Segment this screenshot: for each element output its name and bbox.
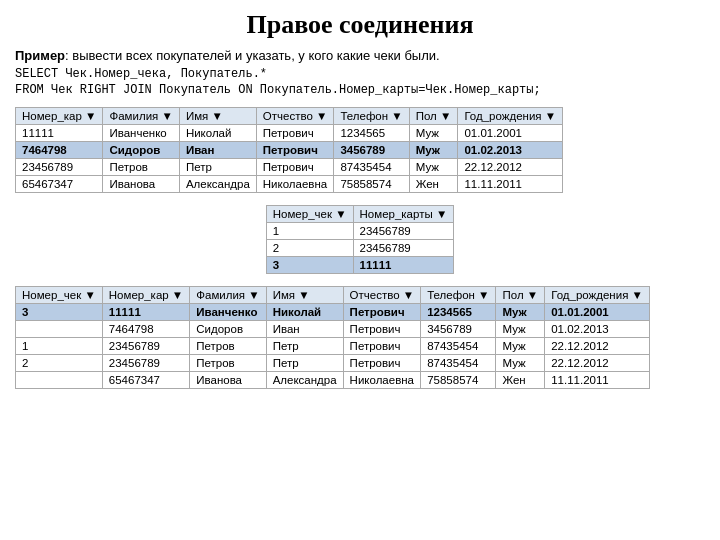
column-header: Фамилия ▼	[103, 108, 179, 125]
table-cell: 11.11.2011	[458, 176, 563, 193]
column-header: Пол ▼	[409, 108, 458, 125]
table-cell: 22.12.2012	[458, 159, 563, 176]
table-cell: Николаевна	[256, 176, 334, 193]
table-row: 223456789ПетровПетрПетрович87435454Муж22…	[16, 355, 650, 372]
column-header: Телефон ▼	[421, 287, 496, 304]
table-cell: Сидоров	[190, 321, 266, 338]
table-cell: Иванова	[190, 372, 266, 389]
table-cell: 1	[266, 223, 353, 240]
table-row: 123456789ПетровПетрПетрович87435454Муж22…	[16, 338, 650, 355]
table-cell: 3456789	[421, 321, 496, 338]
column-header: Номер_кар ▼	[102, 287, 189, 304]
column-header: Год_рождения ▼	[545, 287, 650, 304]
table-row: 123456789	[266, 223, 454, 240]
table-cell: 7464798	[16, 142, 103, 159]
column-header: Имя ▼	[266, 287, 343, 304]
table-cell: 01.02.2013	[545, 321, 650, 338]
table-cell: Муж	[409, 142, 458, 159]
table-cell: 87435454	[334, 159, 409, 176]
table-cell: Муж	[496, 304, 545, 321]
table-cell: Петрович	[343, 304, 421, 321]
table-cell: 3456789	[334, 142, 409, 159]
result-table-wrap: Номер_чек ▼Номер_кар ▼Фамилия ▼Имя ▼Отче…	[15, 286, 705, 389]
table-cell: Петр	[266, 355, 343, 372]
table-cell: 2	[266, 240, 353, 257]
table-cell: 11111	[102, 304, 189, 321]
table-cell: Муж	[496, 355, 545, 372]
table-cell: Муж	[496, 321, 545, 338]
table-cell: 1234565	[421, 304, 496, 321]
table-cell: Петр	[179, 159, 256, 176]
table-cell: 87435454	[421, 355, 496, 372]
table-cell: Жен	[496, 372, 545, 389]
code-line2: FROM Чек RIGHT JOIN Покупатель ON Покупа…	[15, 83, 705, 97]
table-cell: 1234565	[334, 125, 409, 142]
table-cell: Александра	[179, 176, 256, 193]
table-cell: 87435454	[421, 338, 496, 355]
table-cell: 01.01.2001	[458, 125, 563, 142]
table-cell: Николай	[179, 125, 256, 142]
table-cell: 11111	[16, 125, 103, 142]
tables-section: Номер_кар ▼Фамилия ▼Имя ▼Отчество ▼Телеф…	[15, 107, 705, 389]
mid-tables-wrap: Номер_чек ▼Номер_карты ▼1234567892234567…	[15, 205, 705, 274]
table-cell: 2	[16, 355, 103, 372]
table-row: 23456789ПетровПетрПетрович87435454Муж22.…	[16, 159, 563, 176]
result-table: Номер_чек ▼Номер_кар ▼Фамилия ▼Имя ▼Отче…	[15, 286, 650, 389]
table-cell: Петрович	[343, 338, 421, 355]
table-row: 65467347ИвановаАлександраНиколаевна75858…	[16, 372, 650, 389]
column-header: Номер_чек ▼	[266, 206, 353, 223]
column-header: Пол ▼	[496, 287, 545, 304]
table-cell: Александра	[266, 372, 343, 389]
table-cell	[16, 321, 103, 338]
table-cell: Петров	[190, 338, 266, 355]
table-cell: 65467347	[102, 372, 189, 389]
table-cell: 01.02.2013	[458, 142, 563, 159]
column-header: Номер_карты ▼	[353, 206, 454, 223]
table-cell: 11.11.2011	[545, 372, 650, 389]
table-cell: Иванова	[103, 176, 179, 193]
table-row: 7464798СидоровИванПетрович3456789Муж01.0…	[16, 142, 563, 159]
table-cell: 23456789	[102, 355, 189, 372]
table-cell: Петрович	[256, 142, 334, 159]
table-row: 311111ИванченкоНиколайПетрович1234565Муж…	[16, 304, 650, 321]
example-body: : вывести всех покупателей и указать, у …	[65, 48, 440, 63]
table-cell: Иванченко	[103, 125, 179, 142]
column-header: Номер_чек ▼	[16, 287, 103, 304]
buyer-table: Номер_кар ▼Фамилия ▼Имя ▼Отчество ▼Телеф…	[15, 107, 563, 193]
table-cell: Муж	[409, 125, 458, 142]
table-cell	[16, 372, 103, 389]
table-cell: 23456789	[102, 338, 189, 355]
table-cell: 3	[266, 257, 353, 274]
column-header: Отчество ▼	[256, 108, 334, 125]
table-cell: 75858574	[334, 176, 409, 193]
table-cell: 22.12.2012	[545, 355, 650, 372]
table-cell: Петрович	[343, 321, 421, 338]
page-title: Правое соединения	[15, 10, 705, 40]
table-row: 311111	[266, 257, 454, 274]
table-cell: Сидоров	[103, 142, 179, 159]
table-row: 223456789	[266, 240, 454, 257]
code-line1: SELECT Чек.Номер_чека, Покупатель.*	[15, 67, 705, 81]
table-row: 11111ИванченкоНиколайПетрович1234565Муж0…	[16, 125, 563, 142]
table-cell: 1	[16, 338, 103, 355]
table-cell: 01.01.2001	[545, 304, 650, 321]
table-row: 7464798СидоровИванПетрович3456789Муж01.0…	[16, 321, 650, 338]
table-cell: Николай	[266, 304, 343, 321]
column-header: Имя ▼	[179, 108, 256, 125]
table-cell: Петрович	[343, 355, 421, 372]
buyer-table-wrap: Номер_кар ▼Фамилия ▼Имя ▼Отчество ▼Телеф…	[15, 107, 705, 193]
table-cell: Муж	[409, 159, 458, 176]
check-table: Номер_чек ▼Номер_карты ▼1234567892234567…	[266, 205, 455, 274]
table-cell: Петрович	[256, 159, 334, 176]
table-cell: 23456789	[353, 223, 454, 240]
table-cell: 22.12.2012	[545, 338, 650, 355]
table-cell: 65467347	[16, 176, 103, 193]
table-cell: 23456789	[16, 159, 103, 176]
table-cell: Петр	[266, 338, 343, 355]
table-cell: 23456789	[353, 240, 454, 257]
example-paragraph: Пример: вывести всех покупателей и указа…	[15, 48, 705, 63]
table-cell: Иван	[266, 321, 343, 338]
column-header: Год_рождения ▼	[458, 108, 563, 125]
table-cell: Петров	[190, 355, 266, 372]
table-cell: Муж	[496, 338, 545, 355]
